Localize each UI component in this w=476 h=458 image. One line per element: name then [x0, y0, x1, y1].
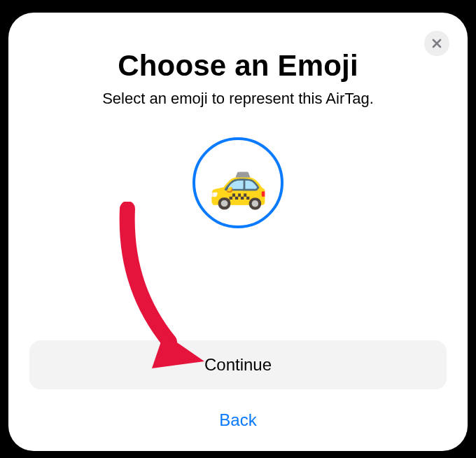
dialog-buttons: Continue Back	[29, 340, 447, 438]
dialog-title: Choose an Emoji	[118, 49, 358, 83]
continue-button[interactable]: Continue	[29, 340, 447, 389]
dialog-subtitle: Select an emoji to represent this AirTag…	[102, 90, 374, 108]
taxi-emoji: 🚕	[209, 159, 268, 207]
selected-emoji-button[interactable]: 🚕	[192, 137, 284, 228]
back-button[interactable]: Back	[29, 405, 447, 438]
emoji-picker-sheet: Choose an Emoji Select an emoji to repre…	[8, 13, 468, 451]
